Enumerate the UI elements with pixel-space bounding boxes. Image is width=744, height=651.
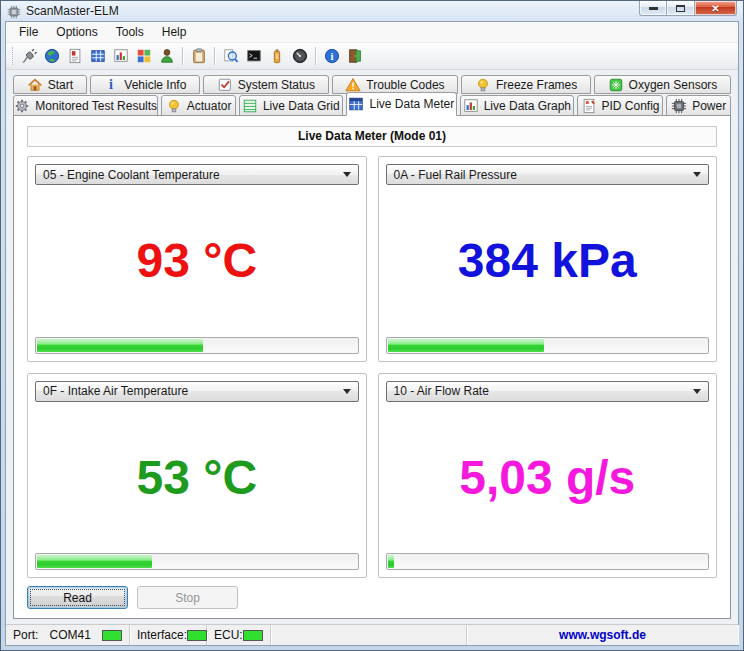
tab-freeze-frames-label: Freeze Frames <box>496 78 577 92</box>
ecu-led-indicator <box>243 630 263 641</box>
pid-select-3-value: 0F - Intake Air Temperature <box>43 384 188 398</box>
tab-monitored-test-results[interactable]: Monitored Test Results <box>13 95 158 116</box>
menu-help[interactable]: Help <box>153 23 196 41</box>
pid-select-1[interactable]: 05 - Engine Coolant Temperature <box>35 164 359 185</box>
gear-icon <box>14 98 30 114</box>
meter-progressbar-3 <box>35 553 359 570</box>
read-button[interactable]: Read <box>27 586 128 609</box>
tab-actuator-label: Actuator <box>187 99 232 113</box>
tab-vehicle-info-label: Vehicle Info <box>124 78 186 92</box>
home-icon <box>27 77 43 93</box>
actuator-icon <box>166 98 182 114</box>
svg-text:i: i <box>109 77 113 92</box>
meter-panel-1: 05 - Engine Coolant Temperature 93 °C <box>27 156 367 362</box>
chevron-down-icon <box>693 172 701 177</box>
data-grid-icon[interactable] <box>87 46 108 67</box>
tab-live-data-meter[interactable]: Live Data Meter <box>346 92 457 116</box>
info-icon[interactable]: i <box>321 46 342 67</box>
app-window: ScanMaster-ELM ✕ File Options Tools Help… <box>0 0 744 651</box>
meter-progressbar-4 <box>386 553 710 570</box>
search-icon[interactable] <box>220 46 241 67</box>
app-chip-icon <box>7 4 21 18</box>
meter-progress-fill-3 <box>37 555 152 568</box>
tab-live-data-graph-label: Live Data Graph <box>484 99 571 113</box>
terminal-icon[interactable] <box>243 46 264 67</box>
title-bar: ScanMaster-ELM ✕ <box>1 1 743 21</box>
meter-value-4: 5,03 g/s <box>386 402 710 554</box>
live-data-graph-icon <box>463 98 479 114</box>
oxygen-sensors-icon <box>608 77 624 93</box>
tab-system-status-label: System Status <box>238 78 315 92</box>
pid-select-1-value: 05 - Engine Coolant Temperature <box>43 168 220 182</box>
status-port-section: Port: COM41 <box>6 625 130 645</box>
user-icon[interactable] <box>156 46 177 67</box>
data-graph-icon[interactable] <box>110 46 131 67</box>
pid-select-4[interactable]: 10 - Air Flow Rate <box>386 381 710 402</box>
tab-start-label: Start <box>48 78 73 92</box>
menu-options[interactable]: Options <box>47 23 106 41</box>
tab-pid-config[interactable]: PID Config <box>577 95 664 116</box>
minimize-icon <box>649 7 658 10</box>
meter-progress-fill-4 <box>388 555 394 568</box>
toolbar-separator <box>182 47 183 65</box>
window-colors-icon[interactable] <box>133 46 154 67</box>
tab-power[interactable]: Power <box>666 95 731 116</box>
tab-live-data-grid[interactable]: Live Data Grid <box>239 95 343 116</box>
warning-icon <box>345 77 361 93</box>
status-ecu-section: ECU: <box>207 625 271 645</box>
tab-row-2: Monitored Test Results Actuator Live Dat… <box>13 95 731 116</box>
interface-label: Interface: <box>137 628 187 642</box>
close-icon: ✕ <box>711 3 719 14</box>
meters-grid: 05 - Engine Coolant Temperature 93 °C 0A… <box>27 156 717 578</box>
meter-progress-fill-1 <box>37 339 203 352</box>
pid-select-4-value: 10 - Air Flow Rate <box>394 384 489 398</box>
toolbar-grip[interactable] <box>10 47 13 65</box>
battery-icon[interactable] <box>266 46 287 67</box>
meter-value-3: 53 °C <box>35 402 359 554</box>
gauge-icon[interactable] <box>289 46 310 67</box>
maximize-button[interactable] <box>667 1 695 16</box>
tab-system-status[interactable]: System Status <box>203 75 329 94</box>
exit-icon[interactable] <box>344 46 365 67</box>
tab-pid-config-label: PID Config <box>602 99 660 113</box>
chevron-down-icon <box>343 172 351 177</box>
chevron-down-icon <box>343 389 351 394</box>
live-data-meter-panel: Live Data Meter (Mode 01) 05 - Engine Co… <box>13 115 731 619</box>
freeze-frames-icon <box>475 77 491 93</box>
status-bar: Port: COM41 Interface: ECU: www.wgsoft.d… <box>6 624 738 645</box>
toolbar-separator <box>214 47 215 65</box>
clipboard-icon[interactable] <box>188 46 209 67</box>
status-spacer <box>271 625 467 645</box>
tab-vehicle-info[interactable]: iVehicle Info <box>90 75 200 94</box>
menu-bar: File Options Tools Help <box>6 22 738 43</box>
interface-led-indicator <box>187 630 207 641</box>
menu-file[interactable]: File <box>10 23 47 41</box>
minimize-button[interactable] <box>639 1 667 16</box>
tab-power-label: Power <box>692 99 726 113</box>
toolbar-icons: i <box>17 46 366 67</box>
website-link[interactable]: www.wgsoft.de <box>467 625 738 645</box>
ecu-label: ECU: <box>214 628 243 642</box>
connect-icon[interactable] <box>18 46 39 67</box>
close-button[interactable]: ✕ <box>695 1 737 16</box>
report-icon[interactable] <box>64 46 85 67</box>
globe-icon[interactable] <box>41 46 62 67</box>
pid-select-2[interactable]: 0A - Fuel Rail Pressure <box>386 164 710 185</box>
tab-freeze-frames[interactable]: Freeze Frames <box>461 75 591 94</box>
svg-text:i: i <box>330 51 333 62</box>
tab-live-data-graph[interactable]: Live Data Graph <box>460 95 574 116</box>
stop-button[interactable]: Stop <box>137 586 238 609</box>
tab-live-data-grid-label: Live Data Grid <box>263 99 340 113</box>
pid-select-2-value: 0A - Fuel Rail Pressure <box>394 168 517 182</box>
tab-oxygen-sensors[interactable]: Oxygen Sensors <box>594 75 731 94</box>
tab-oxygen-sensors-label: Oxygen Sensors <box>629 78 718 92</box>
meter-panel-2: 0A - Fuel Rail Pressure 384 kPa <box>378 156 718 362</box>
system-status-icon <box>217 77 233 93</box>
tab-trouble-codes-label: Trouble Codes <box>366 78 444 92</box>
pid-select-3[interactable]: 0F - Intake Air Temperature <box>35 381 359 402</box>
toolbar-separator <box>315 47 316 65</box>
tab-actuator[interactable]: Actuator <box>161 95 235 116</box>
port-led-indicator <box>102 630 122 641</box>
menu-tools[interactable]: Tools <box>107 23 153 41</box>
tab-start[interactable]: Start <box>13 75 87 94</box>
